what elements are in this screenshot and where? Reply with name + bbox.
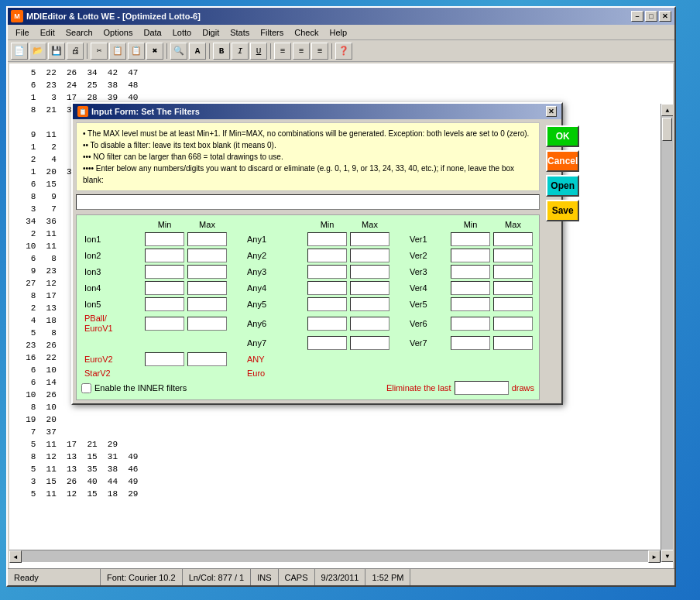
find-button[interactable]: 🔍 <box>170 43 187 60</box>
ion1-max-input[interactable] <box>187 232 227 246</box>
ver5-min-input[interactable] <box>451 297 490 311</box>
scroll-track-h[interactable] <box>22 550 648 562</box>
scroll-thumb-v[interactable] <box>662 118 672 141</box>
align-right-button[interactable]: ≡ <box>311 43 328 60</box>
ver7-min-input[interactable] <box>451 336 490 350</box>
menu-file[interactable]: File <box>11 26 34 39</box>
ion4-max-input[interactable] <box>187 281 227 295</box>
menu-data[interactable]: Data <box>139 26 166 39</box>
menu-help[interactable]: Help <box>324 26 352 39</box>
menu-search[interactable]: Search <box>61 26 98 39</box>
pball-max-input[interactable] <box>187 317 227 331</box>
any6-max-input[interactable] <box>350 317 389 331</box>
scroll-track-v[interactable] <box>661 116 673 550</box>
any3-max-input[interactable] <box>350 265 389 279</box>
open-file-button[interactable]: 📂 <box>29 43 46 60</box>
any1-max-input[interactable] <box>350 232 389 246</box>
any2-min-input[interactable] <box>307 249 347 262</box>
italic-button[interactable]: I <box>232 43 249 60</box>
save-button[interactable]: Save <box>546 200 579 221</box>
menu-filters[interactable]: Filters <box>256 26 288 39</box>
ion2-min-input[interactable] <box>145 249 184 262</box>
any5-label: Any5 <box>244 300 306 309</box>
eurov2-min-input[interactable] <box>145 352 184 366</box>
menu-stats[interactable]: Stats <box>225 26 254 39</box>
help-toolbar-button[interactable]: ❓ <box>335 43 352 60</box>
ver6-max-input[interactable] <box>493 317 533 331</box>
ver7-max-input[interactable] <box>493 336 533 350</box>
any6-min-input[interactable] <box>307 317 347 331</box>
ver6-min-input[interactable] <box>451 317 490 331</box>
horizontal-scrollbar[interactable]: ◄ ► <box>9 550 661 562</box>
any7-min-input[interactable] <box>307 336 347 350</box>
eliminate-label: Eliminate the last <box>386 383 451 393</box>
scroll-down-button[interactable]: ▼ <box>661 550 673 562</box>
menu-check[interactable]: Check <box>290 26 323 39</box>
ver2-min-input[interactable] <box>451 249 490 262</box>
ver5-max-input[interactable] <box>493 297 533 311</box>
ion4-min-input[interactable] <box>145 281 184 295</box>
menu-edit[interactable]: Edit <box>36 26 60 39</box>
maximize-button[interactable]: □ <box>645 11 657 22</box>
any3-min-input[interactable] <box>307 265 347 279</box>
header-empty-1 <box>81 220 143 229</box>
ver4-min-input[interactable] <box>451 281 490 295</box>
cut-button[interactable]: ✂ <box>91 43 108 60</box>
any4-max-input[interactable] <box>350 281 389 295</box>
ion1-min-input[interactable] <box>145 232 184 246</box>
cancel-button[interactable]: Cancel <box>546 150 579 172</box>
underline-button[interactable]: U <box>250 43 267 60</box>
delete-button[interactable]: ✖ <box>146 43 163 60</box>
pball-min-input[interactable] <box>145 317 184 331</box>
vertical-scrollbar[interactable]: ▲ ▼ <box>661 104 673 562</box>
any2-max-input[interactable] <box>350 249 389 262</box>
align-left-button[interactable]: ≡ <box>274 43 291 60</box>
paste-button[interactable]: 📋 <box>128 43 145 60</box>
grid-row-ion4: Ion4 Any4 Ver4 <box>81 281 534 295</box>
eurov2-max-input[interactable] <box>187 352 227 366</box>
ion5-min-input[interactable] <box>145 297 184 311</box>
inner-filter-label[interactable]: Enable the INNER filters <box>81 383 187 393</box>
discard-input[interactable] <box>76 194 540 210</box>
open-button[interactable]: Open <box>546 175 579 197</box>
menu-lotto[interactable]: Lotto <box>168 26 196 39</box>
bold-button[interactable]: B <box>213 43 230 60</box>
info-line-2: •• To disable a filter: leave its text b… <box>83 141 276 149</box>
align-center-button[interactable]: ≡ <box>293 43 310 60</box>
menu-digit[interactable]: Digit <box>197 26 224 39</box>
any1-min-input[interactable] <box>307 232 347 246</box>
dialog-close-button[interactable]: ✕ <box>546 106 557 117</box>
status-bar: Ready Font: Courier 10.2 Ln/Col: 877 / 1… <box>8 568 674 585</box>
any5-min-input[interactable] <box>307 297 347 311</box>
scroll-right-button[interactable]: ► <box>648 550 661 563</box>
print-button[interactable]: 🖨 <box>67 43 84 60</box>
scroll-up-button[interactable]: ▲ <box>661 104 673 116</box>
any7-label: Any7 <box>244 338 306 348</box>
ion5-max-input[interactable] <box>187 297 227 311</box>
inner-filter-checkbox[interactable] <box>81 383 91 393</box>
menu-options[interactable]: Options <box>99 26 138 39</box>
ion2-max-input[interactable] <box>187 249 227 262</box>
ver4-max-input[interactable] <box>493 281 533 295</box>
any4-min-input[interactable] <box>307 281 347 295</box>
ver1-min-input[interactable] <box>451 232 490 246</box>
close-button[interactable]: ✕ <box>659 11 671 22</box>
ok-button[interactable]: OK <box>546 125 579 147</box>
new-button[interactable]: 📄 <box>11 43 28 60</box>
ion3-max-input[interactable] <box>187 265 227 279</box>
any5-max-input[interactable] <box>350 297 389 311</box>
minimize-button[interactable]: – <box>631 11 643 22</box>
ion3-min-input[interactable] <box>145 265 184 279</box>
info-box: • The MAX level must be at least Min+1. … <box>76 122 540 191</box>
status-font: Font: Courier 10.2 <box>101 569 183 585</box>
copy-button[interactable]: 📋 <box>109 43 126 60</box>
ver2-max-input[interactable] <box>493 249 533 262</box>
ver3-max-input[interactable] <box>493 265 533 279</box>
eliminate-input[interactable] <box>455 381 509 395</box>
save-file-button[interactable]: 💾 <box>48 43 65 60</box>
ver1-max-input[interactable] <box>493 232 533 246</box>
ver3-min-input[interactable] <box>451 265 490 279</box>
any7-max-input[interactable] <box>350 336 389 350</box>
scroll-left-button[interactable]: ◄ <box>9 550 22 563</box>
font-button[interactable]: A <box>189 43 206 60</box>
